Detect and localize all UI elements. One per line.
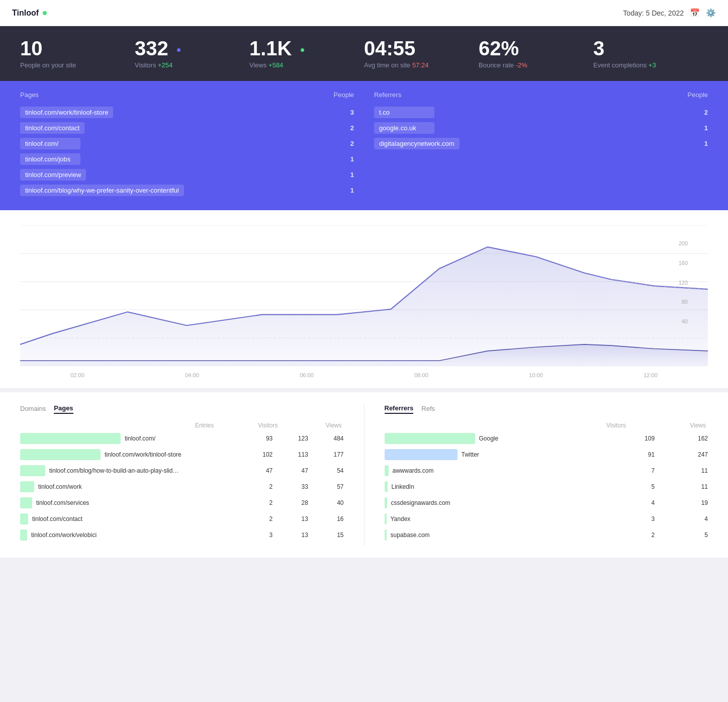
tab-domains[interactable]: Domains [20, 405, 46, 413]
ref-row-bar-wrap-5: cssdesignawards.com [385, 497, 598, 508]
ref-row-views-6: 4 [655, 515, 708, 522]
settings-icon[interactable]: ⚙️ [706, 8, 716, 18]
pages-row-visitors-3: 47 [272, 467, 308, 474]
pages-col-visitors: Visitors [214, 422, 278, 429]
ref-row-bar-wrap-4: LinkedIn [385, 481, 598, 492]
ref-row-views-5: 19 [655, 499, 708, 506]
pages-row-4[interactable]: tinloof.com/jobs 1 [20, 153, 354, 165]
ref-row-nums-3: 7 11 [601, 467, 708, 474]
pages-row-nums-2: 102 113 177 [237, 451, 344, 458]
ref-row-views-3: 11 [655, 467, 708, 474]
ref-row-bar-wrap-7: supabase.com [385, 530, 598, 541]
header-right: Today: 5 Dec, 2022 📅 ⚙️ [623, 8, 716, 18]
referrers-row-2-label: google.co.uk [374, 122, 434, 134]
referrers-row-3-value: 1 [704, 140, 708, 147]
pages-row-nums-7: 3 13 15 [237, 532, 344, 539]
referrers-row-1-value: 2 [704, 109, 708, 116]
ref-row-views-1: 162 [655, 435, 708, 442]
ref-row-bar-2 [385, 449, 458, 460]
pages-row-visitors-6: 13 [272, 515, 308, 522]
pages-row-entries-2: 102 [237, 451, 273, 458]
pages-header: Pages People [20, 91, 354, 101]
stat-bounce-label: Bounce rate -2% [479, 61, 593, 69]
calendar-icon[interactable]: 📅 [690, 8, 700, 18]
table-row: tinloof.com/contact 2 13 16 [20, 513, 344, 524]
table-row: supabase.com 2 5 [385, 530, 708, 541]
table-row: LinkedIn 5 11 [385, 481, 708, 492]
pages-row-3-label: tinloof.com/ [20, 138, 80, 149]
stat-visitors: 332 Visitors +254 [135, 38, 249, 69]
referrers-row-3[interactable]: digitalagencynetwork.com 1 [374, 138, 708, 149]
pages-row-3-value: 2 [350, 140, 354, 147]
pages-row-3[interactable]: tinloof.com/ 2 [20, 138, 354, 149]
ref-row-bar-5 [385, 497, 387, 508]
table-row: tinloof.com/work/velobici 3 13 15 [20, 530, 344, 541]
pages-row-bar-wrap-1: tinloof.com/ [20, 433, 233, 444]
stat-people-label: People on your site [20, 61, 135, 69]
table-row: tinloof.com/work 2 33 57 [20, 481, 344, 492]
referrers-row-2[interactable]: google.co.uk 1 [374, 122, 708, 134]
tab-referrers[interactable]: Referrers [385, 404, 414, 414]
pages-row-bar-wrap-7: tinloof.com/work/velobici [20, 530, 233, 541]
ref-row-bar-4 [385, 481, 388, 492]
ref-row-nums-2: 91 247 [601, 451, 708, 458]
pages-row-views-5: 40 [308, 499, 344, 506]
stat-views: 1.1K Views +584 [249, 38, 364, 69]
stat-views-label: Views +584 [249, 61, 364, 69]
ref-row-bar-wrap-1: Google [385, 433, 598, 444]
referrers-col-empty [387, 422, 547, 429]
chart-svg [20, 225, 708, 366]
pages-row-4-label: tinloof.com/jobs [20, 153, 80, 165]
ref-row-nums-6: 3 4 [601, 515, 708, 522]
table-row: tinloof.com/blog/how-to-build-an-auto-pl… [20, 465, 344, 476]
pages-row-nums-1: 93 123 484 [237, 435, 344, 442]
referrers-header: Referrers People [374, 91, 708, 101]
top-panel: Pages People tinloof.com/work/tinloof-st… [0, 81, 728, 210]
ref-row-visitors-5: 4 [601, 499, 655, 506]
chart-y-40: 40 [679, 318, 688, 324]
referrers-row-1[interactable]: t.co 2 [374, 107, 708, 118]
pages-col-entries: Entries [150, 422, 214, 429]
pages-row-bar-4 [20, 481, 34, 492]
pages-col-empty [22, 422, 150, 429]
pages-row-bar-wrap-2: tinloof.com/work/tinloof-store [20, 449, 233, 460]
pages-row-views-7: 15 [308, 532, 344, 539]
ref-row-bar-1 [385, 433, 475, 444]
referrers-col-visitors: Visitors [546, 422, 626, 429]
pages-row-entries-5: 2 [237, 499, 273, 506]
referrers-col-views: Views [626, 422, 706, 429]
referrers-row-1-label: t.co [374, 107, 434, 118]
table-row: cssdesignawards.com 4 19 [385, 497, 708, 508]
pages-row-label-3: tinloof.com/blog/how-to-build-an-auto-pl… [49, 467, 180, 474]
ref-row-label-7: supabase.com [391, 532, 430, 539]
table-row: Google 109 162 [385, 433, 708, 444]
header: Tinloof Today: 5 Dec, 2022 📅 ⚙️ [0, 0, 728, 26]
referrers-col-people: People [688, 91, 708, 99]
pages-row-6[interactable]: tinloof.com/blog/why-we-prefer-sanity-ov… [20, 185, 354, 196]
stats-bar: 10 People on your site 332 Visitors +254… [0, 26, 728, 81]
ref-row-visitors-7: 2 [601, 532, 655, 539]
pages-row-bar-3 [20, 465, 45, 476]
stat-events-value: 3 [593, 38, 708, 58]
pages-row-1-value: 3 [350, 109, 354, 116]
ref-row-nums-1: 109 162 [601, 435, 708, 442]
tab-refs[interactable]: Refs [421, 405, 435, 413]
pages-row-entries-4: 2 [237, 483, 273, 490]
ref-row-views-2: 247 [655, 451, 708, 458]
stat-avg-time-label: Avg time on site 57:24 [364, 61, 479, 69]
pages-row-visitors-5: 28 [272, 499, 308, 506]
ref-row-label-2: Twitter [462, 451, 479, 458]
pages-row-1[interactable]: tinloof.com/work/tinloof-store 3 [20, 107, 354, 118]
table-row: awwwards.com 7 11 [385, 465, 708, 476]
pages-row-4-value: 1 [350, 155, 354, 163]
pages-row-bar-6 [20, 513, 28, 524]
date-label: Today: 5 Dec, 2022 [623, 9, 684, 17]
pages-row-nums-3: 47 47 54 [237, 467, 344, 474]
pages-row-visitors-4: 33 [272, 483, 308, 490]
pages-row-1-label: tinloof.com/work/tinloof-store [20, 107, 113, 118]
ref-row-nums-7: 2 5 [601, 532, 708, 539]
tab-pages[interactable]: Pages [54, 404, 73, 414]
pages-row-5[interactable]: tinloof.com/preview 1 [20, 169, 354, 181]
pages-row-2[interactable]: tinloof.com/contact 2 [20, 122, 354, 134]
pages-row-nums-5: 2 28 40 [237, 499, 344, 506]
